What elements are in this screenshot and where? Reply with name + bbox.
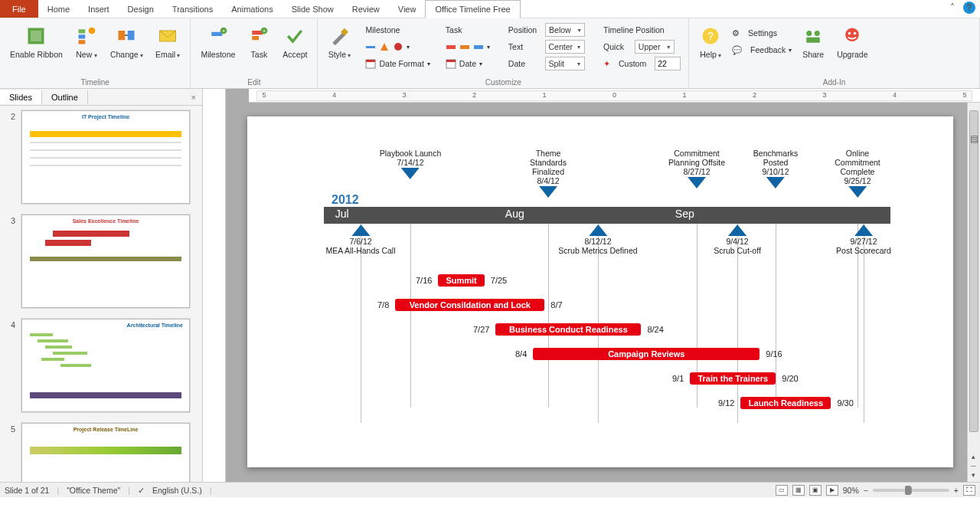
normal-view-icon[interactable]: ▭ (776, 485, 788, 496)
text-select[interactable]: Center (545, 40, 585, 54)
svg-rect-2 (78, 29, 85, 33)
tab-review[interactable]: Review (343, 0, 389, 18)
timeline-position-label: Timeline Position (602, 22, 682, 38)
quick-select[interactable]: Upper (635, 40, 675, 54)
svg-rect-9 (211, 32, 222, 36)
outline-tab[interactable]: Outline (42, 90, 88, 104)
tab-home[interactable]: Home (38, 0, 79, 18)
task-row[interactable]: 9/1Train the Trainers9/20 (672, 372, 799, 385)
horizontal-ruler: 54321012345 (249, 89, 980, 103)
task-button[interactable]: + Task (243, 22, 274, 61)
task-date-dropdown[interactable]: Date▾ (444, 56, 492, 71)
svg-rect-21 (366, 60, 375, 62)
task-end-date: 8/7 (550, 300, 562, 310)
milestone-bottom[interactable]: 9/27/12Post Scorecard (836, 224, 891, 255)
new-button[interactable]: New (71, 22, 102, 63)
settings-button[interactable]: ⚙ Settings (730, 25, 793, 41)
task-end-date: 7/25 (491, 276, 507, 285)
slide-thumbnail[interactable]: Sales Excellence Timeline (21, 215, 190, 308)
task-start-date: 7/27 (473, 325, 489, 334)
zoom-in-icon[interactable]: + (954, 486, 959, 495)
feedback-button[interactable]: 💬 Feedback▾ (730, 42, 793, 57)
task-row[interactable]: 7/16Summit7/25 (416, 274, 507, 287)
slide-editor: 54321012345 2012JulAugSepPlaybook Launch… (203, 89, 980, 482)
tab-slide-show[interactable]: Slide Show (283, 0, 343, 18)
milestone-shape-row[interactable]: ▾ (364, 39, 431, 54)
tab-design[interactable]: Design (119, 0, 163, 18)
tab-insert[interactable]: Insert (79, 0, 119, 18)
slide-thumbnail[interactable]: Architectural Timeline (21, 319, 190, 412)
reading-view-icon[interactable]: ▣ (809, 485, 822, 496)
zoom-level[interactable]: 90% (843, 486, 859, 495)
fit-window-icon[interactable]: ⛶ (963, 485, 975, 496)
milestone-top[interactable]: Theme Standards Finalized8/4/12 (530, 149, 567, 198)
task-start-date: 9/1 (672, 374, 684, 383)
milestone-top[interactable]: Online Commitment Complete9/25/12 (835, 149, 880, 198)
close-panel-icon[interactable]: × (185, 93, 202, 102)
text-label: Text (508, 42, 523, 51)
position-label: Position (508, 25, 537, 34)
accept-button[interactable]: Accept (279, 22, 311, 61)
tab-transitions[interactable]: Transitions (163, 0, 222, 18)
milestone-top[interactable]: Benchmarks Posted9/10/12 (753, 149, 798, 189)
share-button[interactable]: Share (798, 22, 828, 61)
task-bar[interactable]: Campaign Reviews (533, 348, 760, 360)
sorter-view-icon[interactable]: ▦ (792, 485, 805, 496)
task-shape-row[interactable]: ▾ (444, 39, 492, 54)
group-label-customize: Customize (324, 78, 682, 88)
task-bar[interactable]: Train the Trainers (690, 372, 776, 385)
upgrade-button[interactable]: Upgrade (833, 22, 871, 61)
zoom-slider[interactable] (873, 489, 949, 492)
slides-tab[interactable]: Slides (0, 90, 42, 104)
zoom-out-icon[interactable]: − (864, 486, 868, 495)
file-menu[interactable]: File (0, 0, 38, 18)
next-slide-icon[interactable]: ▾ (969, 471, 978, 479)
position-select[interactable]: Below (545, 23, 585, 37)
collapse-pane-icon[interactable]: ▤ (970, 133, 980, 149)
help-icon[interactable]: ? (963, 2, 975, 14)
svg-rect-3 (78, 34, 85, 38)
milestone-bottom[interactable]: 8/12/12Scrub Metrics Defined (558, 224, 637, 255)
task-row[interactable]: 7/27Business Conduct Readiness8/24 (473, 323, 664, 336)
task-customize-label: Task (444, 22, 492, 38)
milestone-top[interactable]: Playbook Launch7/14/12 (380, 149, 442, 180)
task-bar[interactable]: Summit (438, 274, 484, 287)
spellcheck-icon[interactable]: ✓ (138, 486, 145, 495)
tab-view[interactable]: View (389, 0, 426, 18)
help-button[interactable]: ? Help (695, 22, 726, 63)
custom-label: Custom (619, 59, 646, 68)
tab-animations[interactable]: Animations (222, 0, 282, 18)
task-row[interactable]: 8/4Campaign Reviews9/16 (515, 348, 782, 360)
change-button[interactable]: Change (106, 22, 147, 63)
language-indicator[interactable]: English (U.S.) (152, 486, 202, 495)
task-start-date: 8/4 (515, 349, 527, 359)
svg-text:+: + (222, 28, 225, 34)
task-bar[interactable]: Vendor Consildation and Lock (395, 299, 544, 311)
slideshow-view-icon[interactable]: ▶ (826, 485, 838, 496)
vertical-scrollbar[interactable]: ▤ ▴ ─ ▾ (967, 103, 980, 482)
task-end-date: 9/16 (766, 349, 782, 359)
task-bar[interactable]: Business Conduct Readiness (495, 323, 641, 336)
style-button[interactable]: Style (324, 22, 354, 63)
enable-ribbon-button[interactable]: Enable Ribbon (6, 22, 67, 61)
svg-rect-1 (31, 31, 41, 41)
slide-thumbnail[interactable]: Project Release TimeLine (21, 423, 190, 482)
slide-thumbnail[interactable]: IT Project Timeline (21, 110, 190, 204)
milestone-bottom[interactable]: 9/4/12Scrub Cut-off (714, 224, 761, 255)
milestone-button[interactable]: + Milestone (197, 22, 239, 61)
date-select[interactable]: Split (545, 57, 585, 70)
slide-canvas[interactable]: 2012JulAugSepPlaybook Launch7/14/12Theme… (247, 116, 953, 467)
milestone-bottom[interactable]: 7/6/12MEA All-Hands Call (325, 224, 395, 255)
prev-slide-icon[interactable]: ▴ (969, 453, 978, 460)
ribbon-collapse-icon[interactable]: ˄ (946, 2, 959, 14)
date-format-dropdown[interactable]: Date Format▾ (364, 56, 431, 71)
milestone-customize-label: Milestone (364, 22, 431, 38)
tab-office-timeline[interactable]: Office Timeline Free (425, 0, 520, 18)
task-bar[interactable]: Launch Readiness (740, 397, 831, 409)
email-button[interactable]: Email (152, 22, 185, 63)
task-row[interactable]: 7/8Vendor Consildation and Lock8/7 (377, 299, 563, 311)
task-row[interactable]: 9/12Launch Readiness9/30 (718, 397, 854, 409)
custom-input[interactable] (655, 57, 681, 70)
milestone-top[interactable]: Commitment Planning Offsite8/27/12 (668, 149, 725, 189)
svg-point-34 (854, 32, 857, 35)
